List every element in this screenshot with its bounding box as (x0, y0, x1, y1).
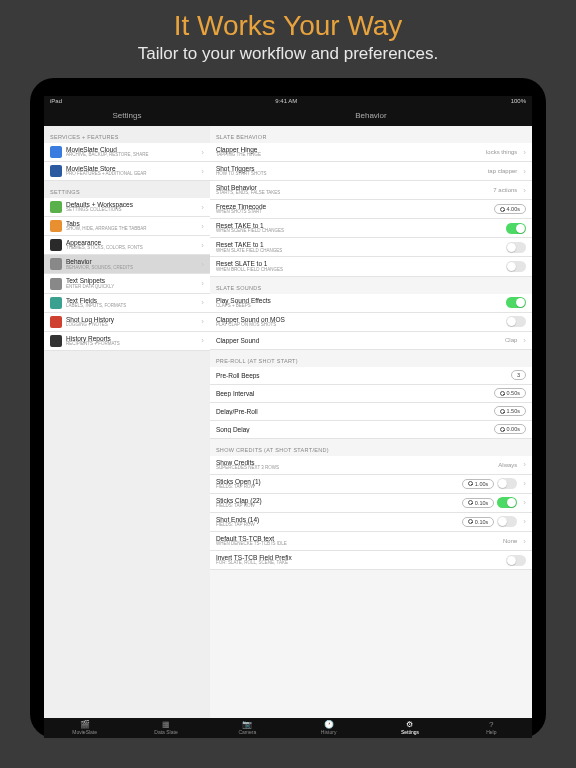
tab-label: Data Slate (125, 729, 206, 735)
row-subtitle: LOGGING + NOTES (66, 323, 198, 328)
toggle-switch[interactable] (506, 555, 526, 566)
settings-row[interactable]: Sticks Clap (22) FIELDS: TAP ROW 0.10s› (210, 494, 532, 513)
clock-icon (500, 427, 505, 432)
sidebar-item[interactable]: Behavior BEHAVIOR, SOUNDS, CREDITS › (44, 255, 210, 274)
settings-row[interactable]: Freeze Timecode WHEN SHOTS START 4.00s (210, 200, 532, 219)
toggle-switch[interactable] (497, 478, 517, 489)
toggle-switch[interactable] (497, 516, 517, 527)
settings-row[interactable]: Play Sound Effects CLAPS + BEEPS (210, 294, 532, 313)
ipad-frame: iPad 9:41 AM 100% Settings Behavior SERV… (30, 78, 546, 738)
row-icon (50, 278, 62, 290)
row-subtitle: WHEN BROLL FIELD CHANGES (216, 268, 506, 273)
row-subtitle: THEMES, STICKS, COLORS, FONTS (66, 246, 198, 251)
toggle-switch[interactable] (506, 223, 526, 234)
chevron-icon: › (523, 167, 526, 176)
sidebar-item[interactable]: MovieSlate Store PRO FEATURES + ADDITION… (44, 162, 210, 181)
row-title: Play Sound Effects (216, 297, 506, 304)
sidebar-item[interactable]: Defaults + Workspaces SETTINGS COLLECTIO… (44, 198, 210, 217)
settings-row[interactable]: Default TS-TCB text WHEN DENECKE TS-TCB … (210, 532, 532, 551)
settings-row[interactable]: Delay/Pre-Roll 1.50s (210, 403, 532, 421)
chevron-icon: › (523, 498, 526, 507)
row-subtitle: WHEN SHOTS START (216, 210, 494, 215)
chevron-icon: › (523, 186, 526, 195)
toggle-switch[interactable] (506, 242, 526, 253)
tab-label: History (288, 729, 369, 735)
tab-label: Help (451, 729, 532, 735)
tab-label: Settings (369, 729, 450, 735)
row-subtitle: HOW TO START SHOTS (216, 172, 488, 177)
settings-row[interactable]: Reset TAKE to 1 WHEN SCENE FIELD CHANGES (210, 219, 532, 238)
row-subtitle: SHOW, HIDE, ARRANGE THE TABBAR (66, 227, 198, 232)
chevron-icon: › (201, 298, 204, 307)
settings-row[interactable]: Shot Triggers HOW TO START SHOTS tap cla… (210, 162, 532, 181)
tab-item[interactable]: 📷Camera (207, 721, 288, 735)
row-subtitle: TAPPING THE HINGE (216, 153, 486, 158)
settings-row[interactable]: Song Delay 0.00s (210, 421, 532, 439)
tab-item[interactable]: ?Help (451, 721, 532, 735)
row-subtitle: PLAY CLAP ON MOS SHOTS (216, 323, 506, 328)
value-pill[interactable]: 0.10s (462, 517, 494, 527)
value-pill[interactable]: 3 (511, 370, 526, 380)
toggle-switch[interactable] (506, 261, 526, 272)
tab-icon: 🎬 (44, 721, 125, 729)
settings-row[interactable]: Shot Ends (14) FIELDS: TAP ROW 0.10s› (210, 513, 532, 532)
chevron-icon: › (201, 279, 204, 288)
settings-row[interactable]: Reset TAKE to 1 WHEN SLATE FIELD CHANGES (210, 238, 532, 257)
row-value: locks things (486, 149, 517, 155)
value-pill[interactable]: 0.10s (462, 498, 494, 508)
value-pill[interactable]: 1.50s (494, 406, 526, 416)
tab-item[interactable]: ▦Data Slate (125, 721, 206, 735)
tab-icon: ⚙ (369, 721, 450, 729)
chevron-icon: › (201, 167, 204, 176)
nav-bar: Settings Behavior (44, 106, 532, 126)
settings-row[interactable]: Clapper Sound Clap› (210, 332, 532, 350)
settings-row[interactable]: Show Credits SUPERCEDES NEXT 3 ROWS Alwa… (210, 456, 532, 475)
sidebar-item[interactable]: Appearance THEMES, STICKS, COLORS, FONTS… (44, 236, 210, 255)
toggle-switch[interactable] (506, 297, 526, 308)
chevron-icon: › (201, 336, 204, 345)
chevron-icon: › (523, 479, 526, 488)
row-icon (50, 335, 62, 347)
settings-row[interactable]: Shot Behavior STARTS, ENDS, FALSE TAKES … (210, 181, 532, 200)
row-subtitle: CLAPS + BEEPS (216, 304, 506, 309)
settings-row[interactable]: Invert TS-TCB Field Prefix FOR: SLATE, R… (210, 551, 532, 570)
sidebar-item[interactable]: Tabs SHOW, HIDE, ARRANGE THE TABBAR › (44, 217, 210, 236)
chevron-icon: › (523, 148, 526, 157)
row-title: Beep Interval (216, 390, 494, 397)
section-header: SETTINGS (44, 181, 210, 198)
settings-row[interactable]: Clapper Sound on MOS PLAY CLAP ON MOS SH… (210, 313, 532, 332)
tab-item[interactable]: 🕐History (288, 721, 369, 735)
settings-row[interactable]: Clapper Hinge TAPPING THE HINGE locks th… (210, 143, 532, 162)
row-subtitle: ARCHIVE, BACKUP, RESTORE, SHARE (66, 153, 198, 158)
sidebar-item[interactable]: Text Snippets ENTER DATA QUICKLY › (44, 274, 210, 293)
row-subtitle: WHEN SLATE FIELD CHANGES (216, 249, 506, 254)
value-pill[interactable]: 1.00s (462, 479, 494, 489)
chevron-icon: › (523, 537, 526, 546)
tab-item[interactable]: 🎬MovieSlate (44, 721, 125, 735)
settings-row[interactable]: Sticks Open (1) FIELDS: TAP ROW 1.00s› (210, 475, 532, 494)
value-pill[interactable]: 0.00s (494, 424, 526, 434)
sidebar-item[interactable]: Text Fields LABELS, INPUTS, FORMATS › (44, 294, 210, 313)
promo-subtitle: Tailor to your workflow and preferences. (0, 44, 576, 64)
settings-row[interactable]: Pre-Roll Beeps 3 (210, 367, 532, 385)
toggle-switch[interactable] (506, 316, 526, 327)
status-bar: iPad 9:41 AM 100% (44, 96, 532, 106)
chevron-icon: › (523, 336, 526, 345)
tab-icon: 📷 (207, 721, 288, 729)
toggle-switch[interactable] (497, 497, 517, 508)
chevron-icon: › (523, 460, 526, 469)
tab-bar: 🎬MovieSlate▦Data Slate📷Camera🕐History⚙Se… (44, 718, 532, 738)
section-header: SLATE BEHAVIOR (210, 126, 532, 143)
sidebar-item[interactable]: MovieSlate Cloud ARCHIVE, BACKUP, RESTOR… (44, 143, 210, 162)
sidebar-item[interactable]: Shot Log History LOGGING + NOTES › (44, 313, 210, 332)
settings-sidebar: SERVICES + FEATURES MovieSlate Cloud ARC… (44, 126, 210, 718)
sidebar-item[interactable]: History Reports RECIPIENTS + FORMATS › (44, 332, 210, 351)
settings-row[interactable]: Reset SLATE to 1 WHEN BROLL FIELD CHANGE… (210, 257, 532, 276)
tab-item[interactable]: ⚙Settings (369, 721, 450, 735)
section-header: SERVICES + FEATURES (44, 126, 210, 143)
value-pill[interactable]: 0.50s (494, 388, 526, 398)
settings-row[interactable]: Beep Interval 0.50s (210, 385, 532, 403)
row-subtitle: SUPERCEDES NEXT 3 ROWS (216, 466, 498, 471)
value-pill[interactable]: 4.00s (494, 204, 526, 214)
nav-right-title: Behavior (210, 106, 532, 126)
